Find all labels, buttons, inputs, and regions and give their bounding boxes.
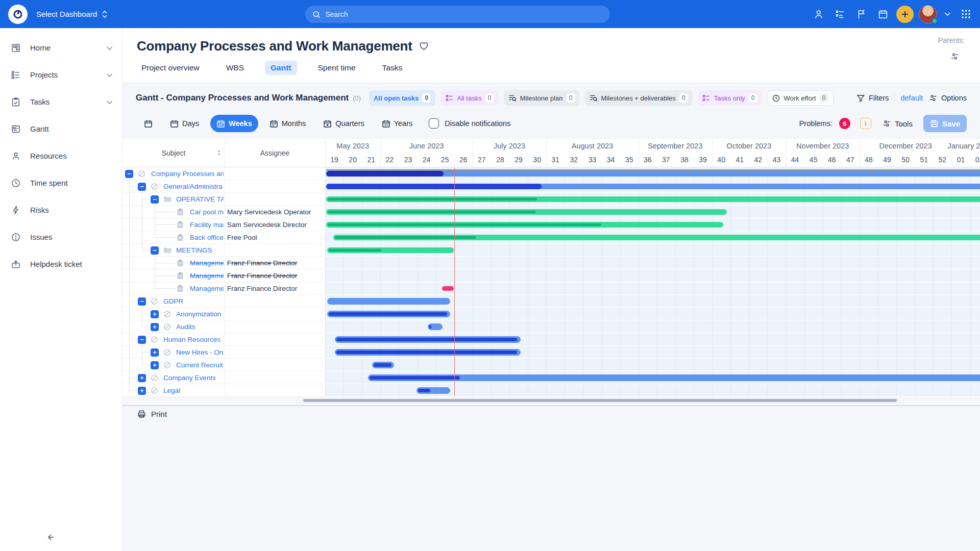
collapse-node-button[interactable]: −	[125, 170, 133, 178]
app-logo[interactable]	[8, 5, 28, 24]
tree-connector	[142, 314, 150, 314]
options-button[interactable]: Options	[928, 93, 967, 103]
chip-tasks-only[interactable]: Tasks only0	[698, 90, 762, 106]
tree-connector	[142, 327, 150, 327]
expand-node-button[interactable]: +	[151, 348, 159, 357]
view-days[interactable]: Days	[164, 115, 205, 132]
expand-node-button[interactable]: +	[151, 361, 159, 369]
tab-spent-time[interactable]: Spent time	[312, 61, 361, 75]
gantt-row-subject[interactable]: Back office	[190, 234, 224, 242]
chip-label: Tasks only	[714, 94, 745, 102]
chip-milestones-deliverables[interactable]: Milestones + deliverables0	[585, 90, 693, 106]
search-input[interactable]	[325, 10, 603, 18]
view-weeks[interactable]: Weeks	[210, 115, 258, 132]
blocked-icon	[163, 310, 172, 318]
gantt-row-subject[interactable]: Manageme	[190, 285, 224, 293]
disable-notifications-checkbox[interactable]	[429, 118, 439, 129]
filter-default-link[interactable]: default	[900, 94, 923, 102]
timeline-week-number: 28	[491, 156, 509, 164]
gantt-row-subject[interactable]: Manageme	[190, 259, 224, 268]
quick-add-button[interactable]	[896, 6, 914, 23]
milestone-bar[interactable]	[442, 286, 454, 291]
gantt-row-subject[interactable]: Current Recruit	[176, 361, 224, 370]
view-years[interactable]: 365Years	[376, 115, 419, 132]
filters-button[interactable]: Filters	[856, 94, 889, 103]
favorite-heart-icon[interactable]	[419, 41, 429, 53]
blocked-icon	[163, 323, 172, 331]
sort-icon[interactable]: ▲▼	[216, 149, 222, 156]
gantt-row-subject[interactable]: Manageme	[190, 272, 224, 281]
gantt-row-subject[interactable]: Anonymization	[176, 310, 224, 319]
collapse-node-button[interactable]: −	[151, 246, 159, 255]
timeline-week-number: 43	[767, 156, 786, 164]
gantt-row-subject[interactable]: Audits	[176, 323, 224, 332]
column-header-subject[interactable]: Subject	[122, 139, 225, 167]
gantt-row-subject[interactable]: Company Processes and	[151, 170, 224, 179]
expand-node-button[interactable]: +	[151, 323, 159, 331]
expand-node-button[interactable]: +	[138, 387, 146, 395]
flag-icon[interactable]	[853, 6, 870, 23]
my-tasks-icon[interactable]	[832, 6, 848, 23]
sidebar-item-gantt[interactable]: Gantt	[0, 115, 122, 142]
sidebar-item-issues[interactable]: Issues	[0, 223, 122, 251]
cal-month-icon	[270, 119, 278, 128]
gantt-row-subject[interactable]: OPERATIVE TAS	[176, 195, 224, 204]
sidebar-item-resources[interactable]: Resources	[0, 142, 122, 169]
collapse-node-button[interactable]: −	[138, 297, 146, 306]
calendar-icon[interactable]	[875, 6, 891, 23]
collapse-node-button[interactable]: −	[138, 336, 146, 344]
chip-all-tasks[interactable]: All tasks0	[440, 90, 498, 106]
tree-connector	[129, 186, 137, 187]
gantt-row-subject[interactable]: General/Administra	[163, 183, 224, 191]
tools-button[interactable]: Tools	[882, 119, 913, 128]
gantt-row-subject[interactable]: Car pool ma	[190, 208, 224, 217]
user-avatar[interactable]	[919, 5, 937, 23]
save-button[interactable]: Save	[923, 115, 967, 132]
view-quarters[interactable]: Quarters	[317, 115, 370, 132]
gantt-row-subject[interactable]: Company Events	[163, 374, 224, 383]
gantt-panel-count: (0)	[353, 94, 361, 102]
expand-node-button[interactable]: +	[138, 374, 146, 382]
sidebar-item-time-spent[interactable]: Time spent	[0, 169, 122, 196]
sidebar-item-risks[interactable]: Risks	[0, 196, 122, 223]
helpdesk-icon	[10, 259, 21, 270]
sidebar-item-home[interactable]: Home	[0, 34, 122, 61]
problems-count-badge[interactable]: 6	[839, 118, 850, 129]
view-months[interactable]: Months	[263, 115, 312, 132]
tab-tasks[interactable]: Tasks	[377, 61, 408, 75]
jump-to-date-button[interactable]	[138, 115, 159, 132]
dashboard-selector[interactable]: Select Dashboard	[36, 10, 108, 18]
print-button[interactable]: Print	[137, 409, 167, 419]
profile-icon[interactable]	[811, 6, 827, 23]
gantt-row-subject[interactable]: Facility mai	[190, 221, 224, 230]
list-search-icon	[590, 94, 598, 102]
account-menu-chevron[interactable]	[942, 6, 952, 23]
horizontal-scrollbar[interactable]	[303, 399, 897, 402]
collapse-sidebar-button[interactable]	[44, 531, 57, 544]
gantt-row-subject[interactable]: Human Resources	[163, 336, 224, 344]
collapse-node-button[interactable]: −	[138, 183, 146, 191]
sidebar-item-tasks[interactable]: Tasks	[0, 88, 122, 115]
gantt-row-subject[interactable]: Legal	[163, 387, 224, 395]
gantt-row-subject[interactable]: New Hires - Onl	[176, 348, 224, 357]
timeline-week-number: 36	[639, 156, 657, 164]
timeline-week-number: 22	[380, 156, 399, 164]
tools-label: Tools	[895, 119, 913, 128]
sidebar-item-projects[interactable]: Projects	[0, 61, 122, 88]
collapse-node-button[interactable]: −	[151, 195, 159, 204]
apps-grid-icon[interactable]	[958, 6, 974, 23]
header-options-icon[interactable]	[950, 52, 960, 63]
expand-node-button[interactable]: +	[151, 310, 159, 318]
filter-chips: All open tasks0All tasks0Milestone plan0…	[369, 90, 834, 106]
tab-project-overview[interactable]: Project overview	[136, 61, 205, 75]
gantt-row-subject[interactable]: GDPR	[163, 297, 224, 306]
chip-all-open-tasks[interactable]: All open tasks0	[369, 90, 435, 106]
info-icon[interactable]: i	[860, 118, 871, 129]
tab-wbs[interactable]: WBS	[220, 61, 250, 75]
chip-milestone-plan[interactable]: Milestone plan0	[504, 90, 580, 106]
gantt-row-subject[interactable]: MEETINGS	[176, 246, 224, 255]
sidebar-item-helpdesk-ticket[interactable]: Helpdesk ticket	[0, 251, 122, 278]
tab-gantt[interactable]: Gantt	[265, 61, 297, 75]
gantt-bar[interactable]	[327, 298, 451, 305]
chip-work-effort[interactable]: Work effort0	[767, 90, 834, 106]
